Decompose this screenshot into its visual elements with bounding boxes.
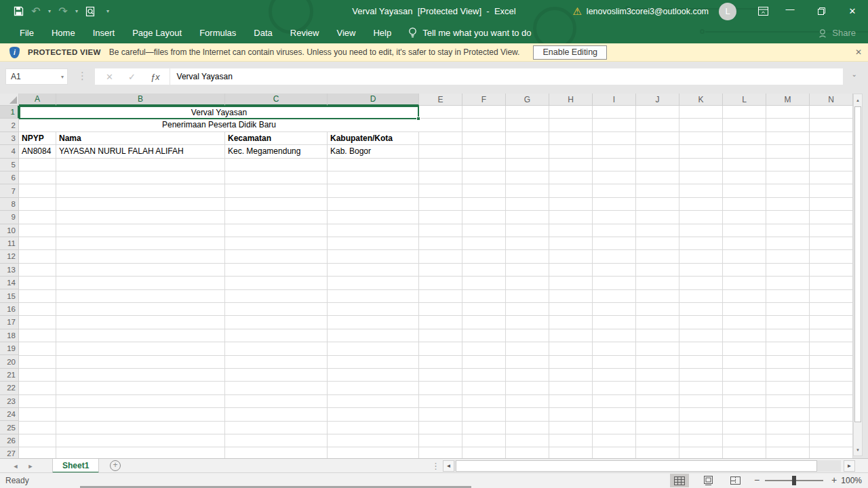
name-box[interactable]: A1 ▾ <box>5 68 68 85</box>
cell-c4[interactable]: Kec. Megamendung <box>225 145 328 158</box>
row-header-15[interactable]: 15 <box>0 289 19 302</box>
row-header-3[interactable]: 3 <box>0 132 19 145</box>
row-header-13[interactable]: 13 <box>0 264 19 277</box>
new-sheet-icon[interactable]: + <box>110 460 121 471</box>
column-header-d[interactable]: D <box>328 94 419 106</box>
cell-d3[interactable]: Kabupaten/Kota <box>328 132 419 145</box>
redo-icon[interactable]: ↷ <box>56 4 71 19</box>
save-icon[interactable] <box>11 4 26 19</box>
page-layout-view-icon[interactable] <box>698 474 717 487</box>
ribbon-display-options-icon[interactable] <box>751 0 774 22</box>
cell-c3[interactable]: Kecamatan <box>225 132 328 145</box>
sheet-tab-sheet1[interactable]: Sheet1 <box>52 459 99 473</box>
column-header-a[interactable]: A <box>19 94 56 106</box>
column-header-m[interactable]: M <box>766 94 810 106</box>
undo-dropdown-icon[interactable]: ▾ <box>46 8 53 14</box>
previous-sheet-icon[interactable]: ◄ <box>9 459 22 473</box>
row-header-10[interactable]: 10 <box>0 224 19 237</box>
column-header-f[interactable]: F <box>462 94 506 106</box>
formula-bar-grip-icon[interactable]: ⋮ <box>77 70 87 82</box>
vertical-scrollbar[interactable]: ▲ ▼ <box>853 94 863 456</box>
cell-a4[interactable]: AN8084 <box>19 145 56 158</box>
cell-a3[interactable]: NPYP <box>19 132 56 145</box>
formula-content[interactable]: Verval Yayasan <box>177 72 233 81</box>
row-header-5[interactable]: 5 <box>0 159 19 171</box>
row-header-24[interactable]: 24 <box>0 408 19 421</box>
tell-me-box[interactable]: Tell me what you want to do <box>408 27 531 39</box>
cell-a1-merged-title[interactable]: Verval Yayasan <box>19 106 419 119</box>
scroll-up-icon[interactable]: ▲ <box>854 95 862 105</box>
zoom-level[interactable]: 100% <box>841 476 862 485</box>
message-bar-close-icon[interactable]: ✕ <box>855 47 862 57</box>
column-header-i[interactable]: I <box>593 94 636 106</box>
tab-file[interactable]: File <box>11 22 43 43</box>
tab-data[interactable]: Data <box>245 22 281 43</box>
zoom-out-icon[interactable]: − <box>751 474 762 485</box>
column-header-j[interactable]: J <box>636 94 679 106</box>
print-preview-icon[interactable] <box>83 4 98 19</box>
row-header-25[interactable]: 25 <box>0 421 19 434</box>
column-header-l[interactable]: L <box>723 94 766 106</box>
cell-d4[interactable]: Kab. Bogor <box>328 145 419 158</box>
enable-editing-button[interactable]: Enable Editing <box>533 45 607 60</box>
row-header-7[interactable]: 7 <box>0 184 19 197</box>
row-header-1[interactable]: 1 <box>0 106 19 119</box>
column-header-c[interactable]: C <box>225 94 328 106</box>
vertical-scrollbar-thumb[interactable] <box>854 106 861 422</box>
row-header-27[interactable]: 27 <box>0 447 19 458</box>
tab-page-layout[interactable]: Page Layout <box>123 22 191 43</box>
row-header-2[interactable]: 2 <box>0 119 19 131</box>
page-break-preview-icon[interactable] <box>726 474 745 487</box>
next-sheet-icon[interactable]: ► <box>24 459 37 473</box>
zoom-slider[interactable] <box>765 480 823 481</box>
column-header-n[interactable]: N <box>810 94 853 106</box>
name-box-dropdown-icon[interactable]: ▾ <box>61 74 64 80</box>
zoom-slider-thumb[interactable] <box>792 476 796 485</box>
tab-formulas[interactable]: Formulas <box>191 22 245 43</box>
scroll-left-icon[interactable]: ◄ <box>443 460 454 472</box>
row-header-23[interactable]: 23 <box>0 395 19 408</box>
scrollbar-grip-icon[interactable]: ⋮ <box>431 461 440 471</box>
row-header-11[interactable]: 11 <box>0 237 19 250</box>
avatar[interactable]: L <box>719 3 736 20</box>
column-header-h[interactable]: H <box>549 94 593 106</box>
row-header-9[interactable]: 9 <box>0 211 19 224</box>
tab-help[interactable]: Help <box>364 22 400 43</box>
insert-function-icon[interactable]: ƒx <box>151 72 160 82</box>
undo-icon[interactable]: ↶ <box>28 4 43 19</box>
row-header-19[interactable]: 19 <box>0 342 19 355</box>
row-header-21[interactable]: 21 <box>0 369 19 382</box>
row-header-20[interactable]: 20 <box>0 355 19 368</box>
normal-view-icon[interactable] <box>670 474 689 487</box>
horizontal-scrollbar-thumb[interactable] <box>456 460 817 472</box>
enter-icon[interactable]: ✓ <box>128 72 136 82</box>
row-header-17[interactable]: 17 <box>0 316 19 329</box>
cell-b3[interactable]: Nama <box>56 132 225 145</box>
scroll-down-icon[interactable]: ▼ <box>854 445 862 455</box>
row-header-4[interactable]: 4 <box>0 145 19 158</box>
expand-formula-bar-icon[interactable]: ⌄ <box>852 70 857 78</box>
column-header-b[interactable]: B <box>56 94 225 106</box>
row-header-22[interactable]: 22 <box>0 382 19 394</box>
redo-dropdown-icon[interactable]: ▾ <box>73 8 80 14</box>
row-header-18[interactable]: 18 <box>0 329 19 342</box>
column-header-g[interactable]: G <box>506 94 549 106</box>
tab-insert[interactable]: Insert <box>84 22 124 43</box>
restore-button[interactable] <box>806 0 837 22</box>
cancel-icon[interactable]: ✕ <box>106 72 113 82</box>
share-button[interactable]: Share <box>818 28 856 38</box>
row-header-6[interactable]: 6 <box>0 171 19 184</box>
tab-view[interactable]: View <box>328 22 364 43</box>
select-all-button[interactable] <box>0 94 19 106</box>
account-email[interactable]: lenovoslim3corei3@outlook.com <box>587 7 709 16</box>
row-header-26[interactable]: 26 <box>0 434 19 447</box>
zoom-in-icon[interactable]: + <box>829 474 840 485</box>
minimize-button[interactable]: — <box>774 0 806 22</box>
customize-qat-icon[interactable]: ▾ <box>104 8 111 14</box>
fill-handle[interactable] <box>416 117 420 121</box>
row-header-8[interactable]: 8 <box>0 198 19 211</box>
horizontal-scrollbar[interactable] <box>454 460 841 472</box>
row-header-16[interactable]: 16 <box>0 303 19 316</box>
row-header-14[interactable]: 14 <box>0 277 19 289</box>
column-header-e[interactable]: E <box>419 94 462 106</box>
